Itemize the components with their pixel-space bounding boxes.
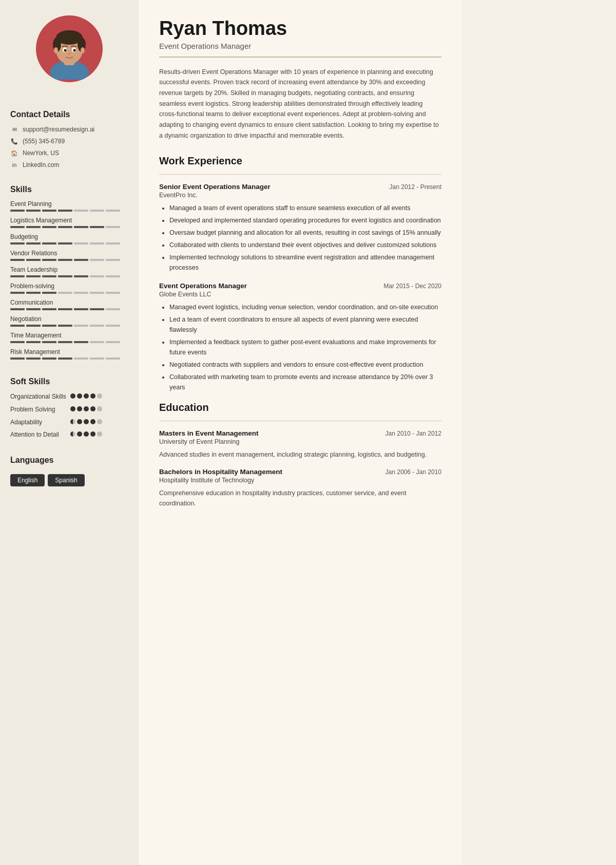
edu-degree: Bachelors in Hospitality Management [159, 468, 282, 476]
skill-segment [106, 226, 120, 228]
dot [77, 393, 82, 399]
dot [84, 393, 89, 399]
dot [84, 419, 89, 424]
phone-icon: 📞 [10, 137, 18, 145]
contact-location: 🏠 NewYork, US [10, 149, 59, 157]
skill-segment [58, 242, 72, 245]
skill-name: Communication [10, 299, 120, 306]
name-divider [159, 57, 441, 58]
skill-segment [58, 325, 72, 327]
contact-section-title: Contact Details [10, 110, 70, 119]
skill-item: Budgeting [10, 233, 120, 245]
skill-segment [42, 275, 56, 277]
job-bullet: Negotiated contracts with suppliers and … [169, 360, 441, 370]
svg-point-13 [81, 47, 85, 53]
edu-dates: Jan 2010 - Jan 2012 [386, 430, 441, 437]
location-icon: 🏠 [10, 149, 18, 157]
skill-segment [10, 259, 25, 261]
candidate-job-title: Event Operations Manager [159, 42, 441, 50]
edu-header: Masters in Event ManagementJan 2010 - Ja… [159, 429, 441, 437]
skill-segment [90, 341, 104, 343]
skill-bar [10, 275, 120, 277]
dot [90, 419, 95, 424]
job-dates: Jan 2012 - Present [390, 183, 441, 191]
job-dates: Mar 2015 - Dec 2020 [383, 283, 441, 290]
soft-skill-name: Attention to Detail [10, 430, 66, 439]
skill-item: Problem-solving [10, 283, 120, 294]
skill-segment [58, 275, 72, 277]
edu-school: University of Event Planning [159, 438, 441, 445]
skill-segment [74, 226, 88, 228]
skill-segment [42, 210, 56, 212]
skill-item: Communication [10, 299, 120, 310]
skill-segment [58, 226, 72, 228]
skill-bar [10, 308, 120, 310]
skill-segment [90, 242, 104, 245]
education-heading: Education [159, 402, 441, 413]
job-bullet: Developed and implemented standard opera… [169, 215, 441, 225]
email-icon: ✉ [10, 125, 18, 134]
skill-segment [74, 341, 88, 343]
education-item: Bachelors in Hospitality ManagementJan 2… [159, 468, 441, 509]
edu-degree: Masters in Event Management [159, 429, 259, 437]
skill-name: Negotiation [10, 315, 120, 323]
skill-item: Risk Management [10, 348, 120, 360]
skill-segment [42, 308, 56, 310]
skill-segment [10, 242, 25, 245]
soft-skills-list: Organizational SkillsProblem SolvingAdap… [10, 392, 102, 443]
job-bullets: Managed a team of event operations staff… [159, 203, 441, 273]
dot [70, 393, 75, 399]
soft-skill-dots [70, 405, 102, 411]
skill-segment [42, 292, 56, 294]
edu-description: Comprehensive education in hospitality i… [159, 488, 441, 509]
svg-point-9 [64, 49, 67, 52]
skill-item: Event Planning [10, 200, 120, 212]
dot [77, 431, 82, 437]
skill-segment [26, 275, 41, 277]
dot [97, 431, 102, 437]
skill-segment [26, 308, 41, 310]
skill-bar [10, 226, 120, 228]
job-bullet: Collaborated with marketing team to prom… [169, 372, 441, 392]
language-tag: Spanish [48, 474, 84, 486]
dot [77, 406, 82, 411]
contact-email: ✉ support@resumedesign.ai [10, 125, 94, 134]
skill-name: Budgeting [10, 233, 120, 240]
skill-name: Logistics Management [10, 217, 120, 224]
job-item: Event Operations ManagerMar 2015 - Dec 2… [159, 282, 441, 392]
skill-segment [58, 341, 72, 343]
job-bullet: Implemented technology solutions to stre… [169, 252, 441, 273]
skill-segment [10, 226, 25, 228]
skill-segment [58, 292, 72, 294]
skill-item: Logistics Management [10, 217, 120, 228]
skill-segment [74, 275, 88, 277]
skill-bar [10, 210, 120, 212]
dot [90, 393, 95, 399]
skill-segment [106, 275, 120, 277]
skill-name: Team Leadership [10, 266, 120, 273]
skill-segment [26, 325, 41, 327]
job-company: Globe Events LLC [159, 291, 441, 298]
linkedin-icon: in [10, 161, 18, 169]
soft-skill-item: Attention to Detail [10, 430, 102, 439]
soft-skill-item: Problem Solving [10, 405, 102, 414]
svg-point-12 [54, 47, 58, 53]
skill-segment [90, 275, 104, 277]
skill-bar [10, 341, 120, 343]
skill-name: Event Planning [10, 200, 120, 208]
skill-segment [90, 358, 104, 360]
skill-segment [26, 259, 41, 261]
dot [70, 431, 75, 437]
skill-name: Risk Management [10, 348, 120, 355]
skill-segment [10, 292, 25, 294]
skill-segment [26, 242, 41, 245]
sidebar: Contact Details ✉ support@resumedesign.a… [0, 0, 139, 865]
skill-item: Negotiation [10, 315, 120, 327]
skill-segment [90, 292, 104, 294]
dot [97, 393, 102, 399]
svg-point-10 [73, 49, 76, 52]
skill-item: Team Leadership [10, 266, 120, 277]
skill-segment [26, 226, 41, 228]
skill-segment [58, 259, 72, 261]
dot [97, 406, 102, 411]
